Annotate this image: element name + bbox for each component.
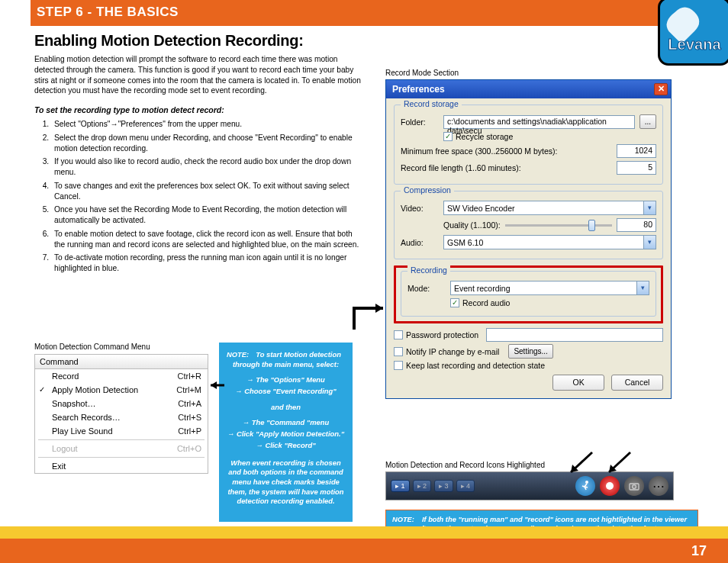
svg-point-2 [633, 485, 636, 489]
cmd-shortcut: Ctrl+R [178, 372, 201, 381]
combo-value: GSM 6.10 [447, 238, 483, 247]
recording-mode-select[interactable]: Event recording▾ [450, 281, 649, 295]
step-item: To save changes and exit the preferences… [51, 181, 362, 202]
quality-label: Quality (1..100): [443, 220, 501, 230]
svg-point-0 [585, 481, 588, 484]
toolbar-iconbar: ▸ 1 ▸ 2 ▸ 3 ▸ 4 ⋯ [385, 471, 674, 500]
footer-bar: 17 [0, 539, 728, 563]
cmd-label: Search Records… [52, 413, 178, 422]
running-man-icon[interactable] [575, 476, 595, 496]
camera-tab[interactable]: ▸ 2 [413, 480, 432, 492]
command-menu-header[interactable]: Command [35, 355, 208, 369]
cmd-apply-motion-detection[interactable]: ✓Apply Motion DetectionCtrl+M [35, 383, 208, 397]
dialog-title: Preferences [392, 84, 654, 95]
cmd-logout: LogoutCtrl+O [35, 442, 208, 455]
legend: Compression [401, 185, 454, 195]
minfree-input[interactable]: 1024 [617, 144, 656, 158]
page-content: Enabling Motion Detection Recording: Ena… [0, 26, 728, 514]
quality-slider[interactable] [505, 218, 612, 232]
record-audio-label: Record audio [462, 298, 510, 307]
combo-value: SW Video Encoder [447, 204, 515, 213]
folder-label: Folder: [401, 117, 439, 127]
command-menu-caption: Motion Detection Command Menu [34, 343, 150, 351]
audio-label: Audio: [401, 238, 439, 247]
note-line: and then [227, 403, 345, 413]
keep-last-checkbox[interactable] [394, 361, 403, 370]
password-protection-checkbox[interactable] [394, 330, 403, 339]
browse-button[interactable]: ... [639, 114, 656, 129]
note-text: To start Motion detection through the ma… [233, 350, 341, 368]
footer: 17 [0, 526, 728, 563]
recycle-label: Recycle storage [456, 132, 513, 141]
check-icon: ✓ [39, 385, 45, 394]
camera-tab[interactable]: ▸ 1 [391, 480, 410, 492]
page-number: 17 [691, 543, 707, 559]
folder-input[interactable]: c:\documents and settings\nadiak\applica… [443, 115, 635, 129]
group-compression: Compression Video: SW Video Encoder▾ Qua… [394, 191, 663, 259]
preferences-dialog: Preferences ✕ Record storage Folder: c:\… [385, 79, 672, 399]
recycle-checkbox[interactable]: ✓ [443, 132, 453, 141]
note-start-motion-detection: NOTE:To start Motion detection through t… [219, 343, 353, 522]
password-input[interactable] [486, 328, 663, 342]
cmd-label: Record [52, 372, 178, 381]
cmd-label: Logout [52, 444, 177, 453]
recording-highlight-box: Recording Mode: Event recording▾ ✓ Recor… [394, 265, 663, 323]
audio-codec-select[interactable]: GSM 6.10▾ [443, 235, 656, 249]
header-bar: STEP 6 - THE BASICS [31, 0, 704, 26]
article: Enabling Motion Detection Recording: Ena… [34, 32, 362, 277]
step-item: Select the drop down menu under Recordin… [51, 133, 362, 154]
notify-label: Notify IP change by e-mail [406, 347, 499, 356]
cmd-label: Play Live Sound [52, 426, 178, 436]
step-item: To de-activate motion recording, press t… [51, 253, 362, 274]
chevron-down-icon: ▾ [643, 236, 656, 249]
cmd-exit[interactable]: Exit [35, 459, 208, 473]
notify-ip-checkbox[interactable] [394, 347, 403, 356]
cmd-shortcut: Ctrl+P [178, 426, 201, 436]
step-item: Once you have set the Recording Mode to … [51, 204, 362, 226]
note-line: → The "Options" Menu [227, 375, 345, 385]
note-line: → Click "Record" [227, 441, 345, 451]
article-intro: Enabling motion detection will prompt th… [34, 54, 362, 96]
more-icon[interactable]: ⋯ [649, 476, 668, 496]
video-encoder-select[interactable]: SW Video Encoder▾ [443, 201, 656, 215]
iconbar-caption: Motion Detection and Record Icons Highli… [385, 461, 545, 469]
camera-tab[interactable]: ▸ 3 [434, 480, 453, 492]
reclen-input[interactable]: 5 [617, 161, 656, 175]
video-label: Video: [401, 204, 439, 213]
reclen-label: Record file length (1..60 minutes): [401, 163, 612, 172]
cmd-shortcut: Ctrl+S [178, 413, 201, 422]
article-heading: Enabling Motion Detection Recording: [34, 32, 362, 50]
snapshot-icon[interactable] [624, 476, 644, 496]
settings-button[interactable]: Settings... [508, 344, 552, 359]
ok-button[interactable]: OK [552, 375, 604, 391]
combo-value: Event recording [454, 284, 511, 293]
note-label: NOTE: [392, 515, 414, 524]
note-line: → Choose "Event Recording" [227, 387, 345, 397]
note-text: When event recording is chosen and both … [227, 458, 345, 507]
quality-input[interactable]: 80 [617, 218, 656, 232]
keep-label: Keep last recording and detection state [406, 361, 545, 370]
legend: Record storage [401, 99, 462, 108]
cmd-snapshot[interactable]: Snapshot…Ctrl+A [35, 397, 208, 410]
step-item: If you would also like to record audio, … [51, 156, 362, 178]
chevron-down-icon: ▾ [636, 282, 649, 294]
record-audio-checkbox[interactable]: ✓ [450, 298, 459, 307]
group-record-storage: Record storage Folder: c:\documents and … [394, 105, 663, 185]
cmd-search-records[interactable]: Search Records…Ctrl+S [35, 410, 208, 424]
record-icon[interactable] [600, 476, 620, 496]
cmd-shortcut: Ctrl+M [176, 385, 201, 394]
note-line: → Click "Apply Motion Detection." [227, 429, 345, 439]
close-button[interactable]: ✕ [654, 83, 668, 95]
cmd-shortcut: Ctrl+O [177, 444, 201, 453]
camera-tab[interactable]: ▸ 4 [456, 480, 475, 492]
cancel-button[interactable]: Cancel [611, 375, 663, 391]
cmd-label: Snapshot… [52, 399, 178, 408]
legend: Recording [407, 265, 450, 275]
arrow-icon [351, 302, 389, 333]
cmd-play-live-sound[interactable]: Play Live SoundCtrl+P [35, 424, 208, 438]
group-recording: Recording Mode: Event recording▾ ✓ Recor… [401, 271, 656, 317]
titlebar[interactable]: Preferences ✕ [386, 80, 671, 98]
step-item: To enable motion detect to save footage,… [51, 229, 362, 250]
cmd-record[interactable]: RecordCtrl+R [35, 369, 208, 383]
cmd-label: Exit [52, 462, 201, 471]
